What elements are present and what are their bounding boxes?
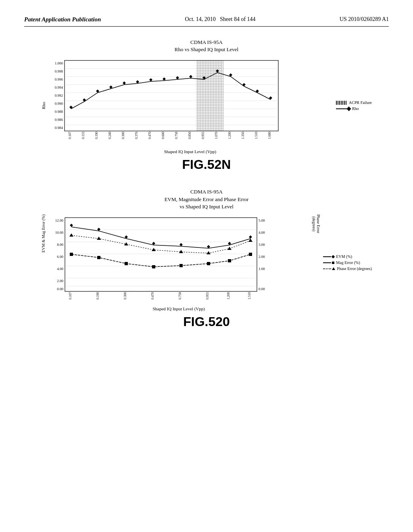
svg-marker-101 [227, 247, 232, 250]
svg-text:0.190: 0.190 [95, 132, 98, 139]
legend-mag: Mag Error (%) [323, 260, 372, 265]
chart2-y-label-left: EVM & Mag Error (%) [41, 214, 46, 252]
svg-marker-84 [207, 245, 210, 248]
svg-marker-80 [97, 228, 100, 231]
chart2-svg: 12.00 10.00 8.00 6.00 4.00 2.00 0.00 5.0… [48, 214, 274, 303]
svg-text:0.990: 0.990 [55, 102, 63, 106]
svg-text:0.850: 0.850 [188, 132, 192, 139]
svg-text:0.190: 0.190 [96, 292, 100, 299]
svg-text:8.00: 8.00 [57, 243, 63, 247]
chart1-area: 1.000 0.998 0.996 0.994 0.992 0.990 0.98… [48, 57, 333, 154]
legend-evm: EVM (%) [323, 254, 372, 259]
svg-text:0.600: 0.600 [161, 132, 165, 139]
svg-text:0.984: 0.984 [55, 126, 63, 130]
svg-text:1.200: 1.200 [227, 292, 230, 299]
svg-marker-99 [179, 250, 183, 253]
svg-text:0.758: 0.758 [178, 292, 182, 299]
svg-text:0.955: 0.955 [201, 132, 205, 139]
legend-rho-line [336, 108, 347, 109]
chart2-legend: EVM (%) Mag Error (%) Phase Error (degre… [323, 214, 372, 311]
svg-marker-79 [70, 224, 73, 227]
svg-rect-64 [65, 218, 257, 291]
legend-rho-diamond [346, 106, 351, 111]
header: Patent Application Publication Oct. 14, … [24, 16, 389, 27]
svg-text:0.107: 0.107 [69, 292, 72, 299]
svg-text:0.470: 0.470 [151, 292, 154, 299]
svg-text:0.240: 0.240 [108, 132, 112, 139]
legend-phase: Phase Error (degrees) [323, 266, 372, 271]
legend-acpr: ACPR Failure [336, 100, 372, 105]
svg-text:1.510: 1.510 [254, 132, 258, 139]
svg-rect-89 [125, 262, 128, 265]
svg-text:0.994: 0.994 [55, 85, 63, 89]
svg-text:4.00: 4.00 [57, 267, 63, 271]
chart1-svg: 1.000 0.998 0.996 0.994 0.992 0.990 0.98… [48, 57, 298, 146]
chart2-y-label-left-container: EVM & Mag Error (%) [41, 214, 47, 311]
svg-text:5.00: 5.00 [259, 218, 265, 222]
chart1-section: CDMA IS-95A Rho vs Shaped IQ Input Level… [41, 39, 372, 172]
svg-text:3.00: 3.00 [259, 243, 265, 247]
chart1-y-label: Rho [41, 57, 46, 154]
chart1-fig-label: FIG.52N [41, 157, 372, 172]
svg-text:0.988: 0.988 [55, 110, 63, 114]
svg-text:1.350: 1.350 [241, 132, 245, 139]
date-label: Oct. 14, 2010 Sheet 84 of 144 [185, 16, 256, 23]
chart2-area: 12.00 10.00 8.00 6.00 4.00 2.00 0.00 5.0… [48, 214, 309, 311]
svg-text:0.996: 0.996 [55, 77, 63, 81]
legend-acpr-swatch [336, 101, 347, 105]
svg-text:0.992: 0.992 [55, 94, 63, 98]
chart2-y-label-right: Phase Error(degrees) [312, 214, 321, 233]
svg-text:0.153: 0.153 [81, 132, 85, 139]
chart2-fig-label: FIG.520 [41, 314, 372, 329]
chart2-y-right-container: Phase Error(degrees) [310, 214, 321, 311]
legend-rho: Rho [336, 106, 372, 111]
svg-text:0.00: 0.00 [259, 287, 265, 291]
svg-text:0.998: 0.998 [55, 69, 63, 73]
chart1-legend: ACPR Failure Rho [336, 57, 372, 154]
chart2-section: CDMA IS-95A EVM, Magnitude Error and Pha… [41, 188, 372, 329]
svg-text:1.00: 1.00 [259, 267, 265, 271]
svg-text:0.986: 0.986 [55, 118, 63, 122]
svg-text:1.200: 1.200 [228, 132, 232, 139]
svg-marker-96 [97, 237, 101, 240]
svg-text:0.00: 0.00 [57, 287, 63, 291]
chart1-wrapper: Rho 1.000 0.998 0.996 0.994 0.992 0.990 … [41, 57, 372, 154]
chart2-x-label: Shaped IQ Input Level (Vpp) [48, 306, 309, 311]
chart2-wrapper: EVM & Mag Error (%) 12.00 10.00 8.00 6.0… [41, 214, 372, 311]
svg-marker-41 [149, 78, 152, 81]
svg-rect-94 [249, 253, 252, 256]
svg-marker-86 [249, 235, 252, 239]
svg-text:1.510: 1.510 [248, 292, 251, 299]
svg-text:1.680: 1.680 [268, 132, 271, 139]
svg-text:0.955: 0.955 [206, 292, 209, 299]
svg-marker-40 [136, 80, 139, 83]
chart1-title: CDMA IS-95A Rho vs Shaped IQ Input Level [41, 39, 372, 53]
svg-rect-93 [228, 259, 231, 262]
svg-rect-18 [196, 60, 223, 131]
svg-text:0.107: 0.107 [68, 132, 72, 139]
svg-rect-9 [65, 60, 278, 131]
svg-text:0.300: 0.300 [121, 132, 125, 139]
svg-text:6.00: 6.00 [57, 255, 63, 259]
svg-text:2.00: 2.00 [259, 255, 265, 259]
svg-text:0.758: 0.758 [175, 132, 178, 139]
svg-text:10.00: 10.00 [55, 231, 64, 235]
svg-marker-44 [189, 75, 192, 78]
chart2-title: CDMA IS-95A EVM, Magnitude Error and Pha… [41, 188, 372, 210]
svg-rect-92 [207, 262, 210, 265]
svg-marker-100 [206, 251, 211, 254]
svg-text:4.00: 4.00 [259, 231, 265, 235]
svg-rect-91 [179, 264, 183, 267]
svg-text:0.376: 0.376 [135, 132, 138, 139]
chart1-x-label: Shaped IQ Input Level (Vpp) [48, 149, 333, 154]
svg-rect-88 [97, 256, 100, 259]
svg-text:12.00: 12.00 [55, 218, 64, 222]
svg-rect-87 [70, 253, 73, 256]
svg-marker-83 [179, 243, 183, 246]
page: Patent Application Publication Oct. 14, … [0, 0, 413, 532]
svg-marker-95 [69, 233, 73, 237]
svg-rect-90 [152, 265, 155, 268]
svg-text:0.470: 0.470 [148, 132, 152, 139]
svg-text:0.300: 0.300 [123, 292, 127, 299]
svg-text:1.000: 1.000 [55, 61, 63, 65]
